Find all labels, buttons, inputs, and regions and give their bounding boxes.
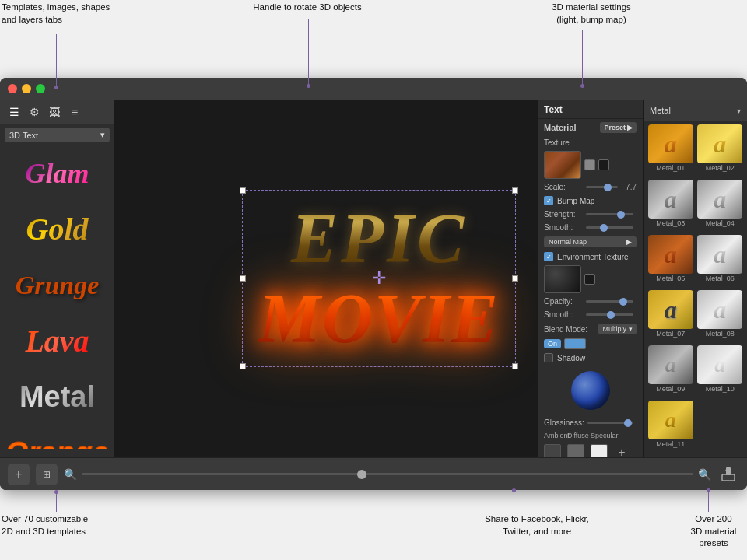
ann-line-bottom-center	[514, 490, 514, 512]
tab-images[interactable]: 🖼	[47, 104, 62, 120]
env-color-swatch[interactable]	[584, 274, 595, 285]
specular-swatch[interactable]	[591, 444, 608, 457]
handle-tr[interactable]	[512, 187, 518, 194]
blend-mode-select[interactable]: Multiply▾	[598, 324, 637, 334]
color-swatch-dark[interactable]	[598, 159, 609, 170]
annotation-bottom-center: Share to Facebook, Flickr,Twitter, and m…	[459, 513, 615, 537]
template-gold-label: Gold	[26, 211, 89, 247]
add-button[interactable]: +	[614, 445, 630, 457]
scale-value: 7.7	[621, 183, 637, 191]
material-06-label: Metal_06	[706, 275, 735, 282]
image-import-button[interactable]: ⊞	[36, 464, 58, 485]
glossiness-slider[interactable]	[587, 422, 633, 424]
handle-ml[interactable]	[240, 275, 246, 282]
env-texture-label: Environment Texture	[557, 253, 629, 261]
material-metal-07[interactable]: a Metal_07	[647, 290, 695, 344]
material-11-label: Metal_11	[656, 440, 685, 448]
ann-dot-top-center	[307, 84, 310, 88]
env-texture-row: ✓ Environment Texture	[538, 250, 643, 264]
zoom-out-icon[interactable]: 🔍	[64, 468, 77, 481]
ann-line-top-center	[308, 19, 309, 86]
material-metal-11[interactable]: a Metal_11	[647, 401, 695, 454]
right-panel-dropdown[interactable]: ▾	[737, 107, 741, 115]
scale-slider[interactable]	[586, 186, 618, 188]
material-metal-02[interactable]: a Metal_02	[696, 124, 745, 178]
texture-preview[interactable]	[544, 151, 581, 179]
opacity-slider[interactable]	[586, 300, 633, 303]
bump-map-checkbox[interactable]: ✓	[544, 196, 553, 205]
als-swatches-row: +	[538, 442, 643, 457]
handle-bl[interactable]	[240, 363, 246, 369]
texture-row: Texture	[538, 136, 643, 149]
material-metal-06[interactable]: a Metal_06	[696, 235, 745, 289]
bump-map-row: ✓ Bump Map	[538, 194, 643, 208]
glossiness-row: Glossiness:	[538, 416, 643, 429]
shadow-label: Shadow	[557, 354, 585, 362]
template-orange[interactable]: Orange	[0, 425, 114, 449]
material-metal-05[interactable]: a Metal_05	[647, 235, 695, 289]
title-bar	[0, 78, 747, 100]
share-button[interactable]	[717, 464, 739, 485]
material-metal-10[interactable]: a Metal_10	[696, 345, 745, 399]
shadow-checkbox[interactable]	[544, 353, 553, 362]
ann-dot-bottom-left	[54, 490, 58, 494]
epic-text: EPIC	[258, 198, 500, 278]
smooth-slider[interactable]	[586, 226, 633, 229]
color-blue-rect[interactable]	[564, 338, 586, 349]
preset-button[interactable]: Preset ▶	[600, 122, 637, 133]
add-button[interactable]: +	[8, 464, 30, 485]
specular-label: Specular	[591, 432, 608, 439]
rotate-handle[interactable]: ✛	[372, 268, 386, 289]
app-window: ☰ ⚙ 🖼 ≡ 3D Text ▾ Glam Gold Grunge Lava …	[0, 78, 747, 490]
opacity-label: Opacity:	[544, 297, 583, 306]
material-metal-04[interactable]: a Metal_04	[696, 180, 745, 233]
ann-line-top-left	[56, 34, 57, 87]
minimize-button[interactable]	[22, 84, 31, 93]
env-preview[interactable]	[544, 265, 581, 293]
handle-mr[interactable]	[512, 275, 518, 282]
material-metal-09[interactable]: a Metal_09	[647, 345, 695, 399]
text-panel: Text Material Preset ▶ Texture Scale: 7.…	[537, 100, 643, 457]
ambient-swatch[interactable]	[544, 444, 561, 457]
template-glam[interactable]: Glam	[0, 145, 114, 201]
movie-text: MOVIE	[258, 278, 500, 359]
template-orange-label: Orange	[5, 436, 109, 449]
sidebar-dropdown[interactable]: 3D Text ▾	[5, 128, 110, 142]
material-07-label: Metal_07	[656, 330, 685, 338]
template-lava[interactable]: Lava	[0, 313, 114, 369]
material-metal-01[interactable]: a Metal_01	[647, 124, 695, 178]
template-metal[interactable]: Metal	[0, 369, 114, 425]
shadow-row: Shadow	[538, 351, 643, 365]
diffuse-swatch[interactable]	[567, 444, 584, 457]
handle-br[interactable]	[512, 363, 518, 369]
template-gold[interactable]: Gold	[0, 201, 114, 257]
normal-map-button[interactable]: Normal Map ▶	[544, 236, 637, 247]
strength-row: Strength:	[538, 208, 643, 221]
tab-settings[interactable]: ⚙	[26, 104, 42, 120]
tab-layers[interactable]: ≡	[67, 104, 82, 120]
close-button[interactable]	[8, 84, 17, 93]
color-swatch-gray[interactable]	[584, 159, 595, 170]
material-metal-08[interactable]: a Metal_08	[696, 290, 745, 344]
template-grunge[interactable]: Grunge	[0, 257, 114, 313]
traffic-lights	[8, 84, 45, 93]
tab-templates[interactable]: ☰	[6, 104, 22, 120]
normal-map-row: Normal Map ▶	[538, 234, 643, 250]
texture-preview-row	[538, 149, 643, 180]
smooth2-slider[interactable]	[586, 313, 633, 316]
ann-line-bottom-left	[56, 492, 57, 512]
sphere-preview-area	[538, 365, 643, 416]
maximize-button[interactable]	[36, 84, 45, 93]
material-metal-03[interactable]: a Metal_03	[647, 180, 695, 233]
annotation-bottom-left: Over 70 customizable2D and 3D templates	[2, 513, 134, 537]
zoom-slider[interactable]	[82, 473, 693, 475]
template-list: Glam Gold Grunge Lava Metal Orange Paint	[0, 145, 114, 449]
material-02-label: Metal_02	[706, 164, 735, 172]
strength-slider[interactable]	[586, 213, 633, 215]
handle-tl[interactable]	[240, 187, 246, 194]
material-01-label: Metal_01	[656, 164, 685, 172]
dropdown-label: 3D Text	[9, 131, 38, 140]
env-texture-checkbox[interactable]: ✓	[544, 252, 553, 261]
zoom-in-icon[interactable]: 🔍	[698, 468, 711, 481]
on-toggle[interactable]: On	[544, 339, 561, 348]
